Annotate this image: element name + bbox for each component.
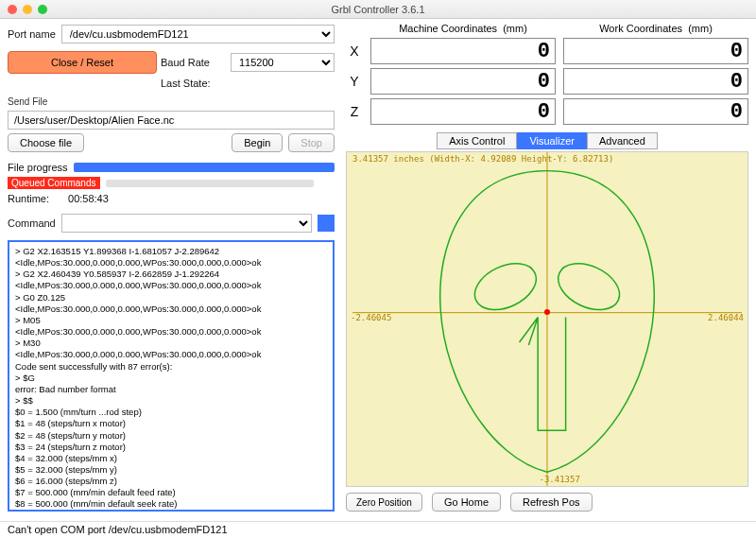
runtime-value: 00:58:43 [68,193,109,204]
last-state-label: Last State: [161,78,227,89]
close-reset-button[interactable]: Close / Reset [8,51,157,74]
send-file-label: Send File [8,96,335,107]
tab-bar: Axis Control Visualizer Advanced [346,132,748,149]
runtime-label: Runtime: [8,193,49,204]
axis-z-label: Z [346,104,363,119]
stop-button[interactable]: Stop [288,133,335,152]
work-x-value: 0 [563,38,748,64]
port-name-select[interactable]: /dev/cu.usbmodemFD121 [61,25,335,43]
choose-file-button[interactable]: Choose file [8,133,84,152]
command-send-button[interactable] [318,215,335,232]
port-name-label: Port name [8,28,56,40]
work-z-value: 0 [563,98,748,125]
viz-y-min: -3.41357 [540,475,580,484]
axis-x-label: X [346,43,363,59]
queued-commands-bar [106,180,314,187]
command-label: Command [8,217,56,229]
tab-axis-control[interactable]: Axis Control [437,132,517,149]
machine-y-value: 0 [370,68,556,95]
refresh-pos-button[interactable]: Refresh Pos [510,493,593,512]
visualizer-canvas[interactable]: 3.41357 inches (Width-X: 4.92089 Height-… [346,151,748,487]
visualizer-svg [347,152,747,486]
viz-x-min: -2.46045 [351,313,391,322]
origin-dot-icon [544,309,550,315]
machine-x-value: 0 [370,38,556,64]
file-progress-label: File progress [8,162,68,173]
work-unit: (mm) [688,23,713,34]
machine-z-value: 0 [370,98,556,125]
right-panel: Machine Coordinates (mm) Work Coordinate… [342,19,756,515]
zero-position-button[interactable]: Zero Position [346,493,422,512]
tab-visualizer[interactable]: Visualizer [517,132,587,149]
svg-point-2 [468,254,543,319]
begin-button[interactable]: Begin [232,133,283,152]
baud-rate-select[interactable]: 115200 [231,53,335,72]
svg-point-3 [551,254,627,319]
status-bar: Can't open COM port /dev/cu.usbmodemFD12… [0,521,756,538]
baud-rate-label: Baud Rate [161,57,227,68]
machine-coords-label: Machine Coordinates [399,23,497,34]
queued-commands-label: Queued Commands [8,177,100,189]
tab-advanced[interactable]: Advanced [587,132,658,149]
axis-y-label: Y [346,74,363,89]
command-input[interactable] [61,214,312,233]
console-output[interactable]: > G2 X2.163515 Y1.899368 I-1.681057 J-2.… [8,240,335,512]
work-coords-label: Work Coordinates [599,23,682,34]
file-path-input[interactable] [8,111,335,130]
machine-unit: (mm) [503,23,527,34]
go-home-button[interactable]: Go Home [432,493,501,512]
window-title: Grbl Controller 3.6.1 [0,4,756,15]
file-progress-bar [74,163,335,172]
viz-x-max: 2.46044 [708,313,744,322]
left-panel: Port name /dev/cu.usbmodemFD121 Close / … [0,19,342,515]
titlebar: Grbl Controller 3.6.1 [0,0,756,19]
work-y-value: 0 [563,68,748,95]
